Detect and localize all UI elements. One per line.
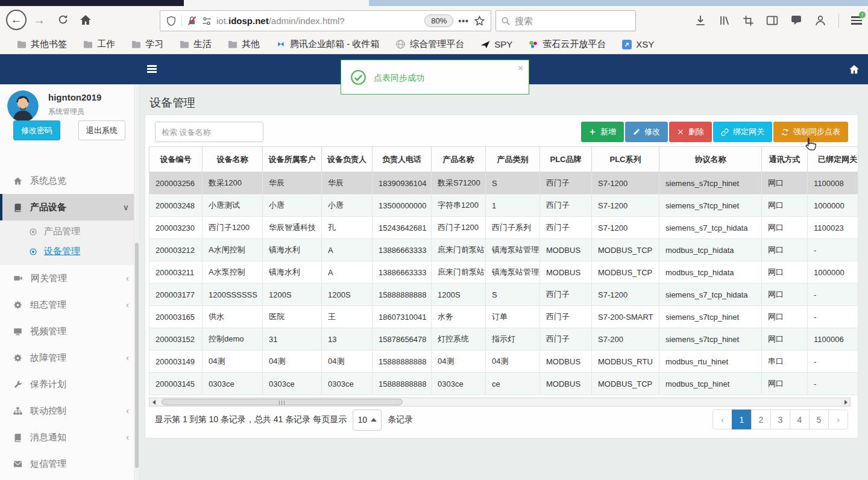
page-button-2[interactable]: 2 <box>751 410 771 429</box>
sidebar-item-product-management[interactable]: 产品管理 <box>0 222 139 242</box>
sidebar-item-system-overview[interactable]: 系统总览 <box>0 167 139 194</box>
bookmark-folder-misc[interactable]: 其他 <box>228 39 260 50</box>
bookmark-mgmt-platform[interactable]: 综合管理平台 <box>395 39 464 50</box>
table-cell: 200003211 <box>149 261 203 284</box>
page-size-select[interactable]: 10 <box>353 410 382 431</box>
sidebar-item-config-management[interactable]: 组态管理‹ <box>0 291 139 318</box>
column-header-3[interactable]: 设备负责人 <box>322 147 373 172</box>
scroll-left-arrow[interactable] <box>149 398 158 406</box>
screenshot-crop-icon[interactable] <box>743 15 754 26</box>
logout-button[interactable]: 退出系统 <box>78 120 125 140</box>
bookmark-xsy[interactable]: XSY <box>622 39 654 49</box>
sidebar-item-maintenance-plan[interactable]: 保养计划 <box>0 371 139 397</box>
table-row[interactable]: 2000031771200SSSSSS1200S1200S15888888888… <box>149 284 858 306</box>
change-password-button[interactable]: 修改密码 <box>13 120 60 140</box>
column-header-4[interactable]: 负责人电话 <box>373 147 432 172</box>
table-cell: S7-1200 <box>592 284 659 306</box>
column-header-8[interactable]: PLC系列 <box>592 147 659 172</box>
page-button-3[interactable]: 3 <box>770 410 790 429</box>
bookmark-tencent-mail[interactable]: 腾讯企业邮箱 - 收件箱 <box>276 39 379 50</box>
table-cell: 31 <box>263 328 322 351</box>
sidebar-item-message-notify[interactable]: 消息通知‹ <box>0 424 139 450</box>
table-row[interactable]: 200003212A水闸控制镇海水利A13886663333庶来门前泵站镇海泵站… <box>149 239 858 261</box>
home-button[interactable] <box>80 14 92 26</box>
page-button-5[interactable]: 5 <box>809 410 829 429</box>
bind-gateway-button[interactable]: 绑定网关 <box>713 122 772 142</box>
page-button-4[interactable]: 4 <box>790 410 810 429</box>
table-cell: 水务 <box>432 306 486 328</box>
bookmark-ezviz[interactable]: 萤石云开放平台 <box>529 39 606 50</box>
device-search-input[interactable] <box>155 122 263 142</box>
url-bar[interactable]: iot.idosp.net/admin/index.html? 80% ••• <box>160 10 491 31</box>
active-tab-segment[interactable] <box>184 0 369 6</box>
downloads-icon[interactable] <box>694 14 706 26</box>
table-cell: 18390936104 <box>373 172 432 195</box>
reload-button[interactable] <box>57 14 69 25</box>
column-header-2[interactable]: 设备所属客户 <box>263 147 322 172</box>
page-button-1[interactable]: 1 <box>732 410 752 429</box>
message-bubble-icon[interactable] <box>790 14 802 26</box>
sidebar-item-device-management[interactable]: 设备管理 <box>0 242 139 261</box>
sidebar-item-sms-management[interactable]: 短信管理 <box>0 450 139 477</box>
table-cell: 西门子1200 <box>432 217 486 239</box>
library-icon[interactable] <box>719 14 731 26</box>
table-row[interactable]: 200003256数采1200华辰华辰18390936104数采S71200S西… <box>149 172 858 195</box>
column-header-7[interactable]: PLC品牌 <box>540 147 592 172</box>
records-summary: 显示第 1 到第 10 条记录，总共 41 条记录 每页显示 10 条记录 <box>155 408 413 432</box>
scroll-right-arrow[interactable] <box>841 398 850 406</box>
page-next-button[interactable]: › <box>828 410 848 429</box>
sidebar-collapse-icon[interactable] <box>147 65 157 73</box>
horizontal-scrollbar[interactable] <box>149 397 851 407</box>
bookmark-folder-study[interactable]: 学习 <box>131 39 163 50</box>
table-row[interactable]: 200003152控制demo311315878656478灯控系统指示灯西门子… <box>149 328 858 351</box>
column-header-9[interactable]: 协议名称 <box>659 147 762 172</box>
table-cell: 1200S <box>432 284 486 306</box>
bookmark-spy[interactable]: SPY <box>480 39 512 49</box>
table-cell: S7-200 <box>592 328 659 351</box>
browser-search-box[interactable] <box>495 10 636 31</box>
sidebar-item-gateway-management[interactable]: 网关管理‹ <box>0 265 139 291</box>
table-row[interactable]: 20000314904测04测04测1588888888804测04测MODBU… <box>149 351 858 373</box>
delete-button[interactable]: 删除 <box>669 122 712 142</box>
page-prev-button[interactable]: ‹ <box>712 410 732 429</box>
browser-search-input[interactable] <box>515 16 611 26</box>
bookmark-folder-life[interactable]: 生活 <box>180 39 212 50</box>
zoom-level-badge[interactable]: 80% <box>424 14 453 27</box>
insecure-lock-icon[interactable] <box>187 16 197 26</box>
column-header-0[interactable]: 设备编号 <box>149 147 203 172</box>
table-row[interactable]: 200003230西门子1200华辰智通科技孔15243642681西门子120… <box>149 217 858 239</box>
bookmark-folder-work[interactable]: 工作 <box>83 39 115 50</box>
table-row[interactable]: 2000031450303ce0303ce0303ce1588888888803… <box>149 373 858 395</box>
column-header-10[interactable]: 通讯方式 <box>762 147 808 172</box>
add-button[interactable]: 新增 <box>581 122 624 142</box>
sidebar-item-fault-management[interactable]: 故障管理‹ <box>0 344 139 371</box>
sidebar-item-product-device[interactable]: 产品设备∨ <box>0 194 139 220</box>
sidebar-scrollbar[interactable] <box>134 84 139 480</box>
bookmark-star-icon[interactable] <box>474 15 485 26</box>
sidebar-item-card-management[interactable]: 卡片管理 <box>0 477 139 480</box>
close-icon[interactable]: × <box>518 63 523 73</box>
sidebar-toggle-icon[interactable] <box>766 14 778 26</box>
sidebar-item-video-management[interactable]: 视频管理 <box>0 318 139 344</box>
sidebar-item-linkage-control[interactable]: 联动控制‹ <box>0 397 139 424</box>
scrollbar-thumb[interactable] <box>162 399 403 405</box>
page-actions-icon[interactable]: ••• <box>458 16 469 26</box>
column-header-1[interactable]: 设备名称 <box>203 147 263 172</box>
user-role: 系统管理员 <box>48 107 84 117</box>
bookmark-folder-other[interactable]: 其他书签 <box>17 39 67 50</box>
back-button[interactable]: ← <box>6 10 27 30</box>
forward-button[interactable]: → <box>33 13 45 27</box>
column-header-6[interactable]: 产品类别 <box>486 147 540 172</box>
account-icon[interactable] <box>814 14 826 26</box>
table-row[interactable]: 200003165供水医院王18607310041水务订单西门子S7-200-S… <box>149 306 858 328</box>
edit-button[interactable]: 修改 <box>625 122 668 142</box>
app-menu-icon[interactable]: ↑ <box>851 16 862 25</box>
table-row[interactable]: 200003211A水泵控制镇海水利A13886663333庶来门前泵站镇海泵站… <box>149 261 858 284</box>
table-cell: 控制demo <box>203 328 263 351</box>
table-cell: 200003149 <box>149 351 203 373</box>
permissions-icon[interactable] <box>202 16 212 26</box>
table-row[interactable]: 200003248小唐测试小唐小唐13500000000字符串12001西门子S… <box>149 195 858 217</box>
column-header-5[interactable]: 产品名称 <box>432 147 486 172</box>
tracking-shield-icon[interactable] <box>166 16 177 26</box>
app-home-icon[interactable] <box>849 64 860 75</box>
